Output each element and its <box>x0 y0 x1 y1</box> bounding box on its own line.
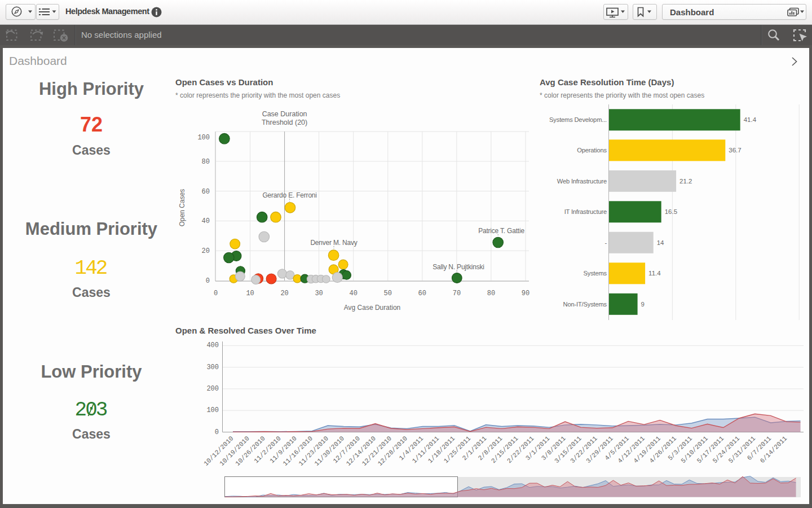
svg-text:0: 0 <box>215 428 219 436</box>
svg-text:40: 40 <box>349 290 357 297</box>
svg-text:11.4: 11.4 <box>648 270 661 277</box>
svg-text:0: 0 <box>206 277 210 285</box>
svg-text:Threshold (20): Threshold (20) <box>262 119 307 126</box>
svg-text:36.7: 36.7 <box>729 147 741 154</box>
svg-text:20: 20 <box>202 247 210 255</box>
svg-text:60: 60 <box>418 290 426 297</box>
svg-text:-: - <box>604 239 607 246</box>
svg-text:16.5: 16.5 <box>665 208 677 215</box>
svg-text:Gerardo E. Ferroni: Gerardo E. Ferroni <box>262 191 316 199</box>
svg-text:200: 200 <box>206 385 219 393</box>
svg-text:80: 80 <box>487 290 495 297</box>
svg-text:Case Duration: Case Duration <box>262 110 307 118</box>
svg-text:21.2: 21.2 <box>679 178 692 185</box>
svg-text:100: 100 <box>197 134 210 142</box>
svg-text:Patrice T. Gattie: Patrice T. Gattie <box>478 227 524 235</box>
svg-text:Open Cases: Open Cases <box>178 189 186 227</box>
svg-text:30: 30 <box>315 290 323 297</box>
svg-text:80: 80 <box>202 158 210 166</box>
svg-text:Systems: Systems <box>584 270 607 277</box>
svg-text:Operations: Operations <box>577 147 607 154</box>
svg-text:40: 40 <box>202 217 210 225</box>
svg-text:90: 90 <box>522 290 529 297</box>
svg-text:0: 0 <box>214 290 218 297</box>
svg-text:Sally N. Pujtkinski: Sally N. Pujtkinski <box>433 263 484 271</box>
svg-text:70: 70 <box>453 290 461 297</box>
svg-text:14: 14 <box>657 239 664 246</box>
svg-text:100: 100 <box>206 406 219 414</box>
svg-text:10: 10 <box>246 290 254 297</box>
svg-text:9: 9 <box>641 301 645 308</box>
svg-text:Non-IT/Systems: Non-IT/Systems <box>563 301 607 308</box>
svg-text:41.4: 41.4 <box>744 116 757 123</box>
svg-text:400: 400 <box>206 341 219 349</box>
svg-text:50: 50 <box>384 290 392 297</box>
svg-text:20: 20 <box>280 290 288 297</box>
svg-text:Systems Developm...: Systems Developm... <box>549 116 607 123</box>
svg-text:IT Infrastructure: IT Infrastructure <box>564 208 607 215</box>
svg-text:Web Infrastructure: Web Infrastructure <box>557 178 607 185</box>
svg-text:Denver M. Navy: Denver M. Navy <box>310 239 357 247</box>
svg-text:60: 60 <box>202 188 210 196</box>
svg-text:Avg Case Duration: Avg Case Duration <box>344 304 401 312</box>
svg-text:300: 300 <box>206 364 219 371</box>
